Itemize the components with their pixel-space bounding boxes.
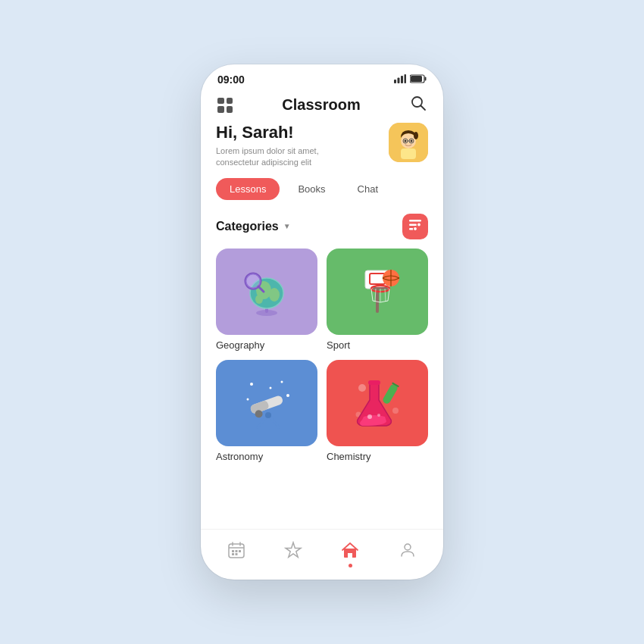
nav-item-home[interactable]: [333, 537, 367, 567]
home-icon: [340, 540, 360, 564]
bottom-navigation: [201, 529, 443, 580]
svg-rect-6: [425, 77, 427, 80]
tab-books[interactable]: Books: [284, 178, 339, 200]
category-label-geography: Geography: [216, 339, 317, 351]
greeting-section: Hi, Sarah! Lorem ipsum dolor sit amet, c…: [216, 123, 428, 169]
svg-point-28: [255, 295, 263, 304]
calendar-icon: [227, 541, 245, 564]
section-title-row: Categories ▼: [216, 220, 291, 233]
categories-title: Categories: [216, 220, 279, 233]
favorites-icon: [284, 541, 302, 564]
svg-point-47: [286, 394, 289, 397]
app-header: Classroom: [201, 89, 443, 123]
svg-point-27: [269, 288, 280, 302]
svg-rect-71: [239, 550, 241, 552]
battery-icon: [410, 74, 427, 86]
filter-button[interactable]: [402, 214, 428, 239]
signal-icon: [394, 74, 406, 86]
svg-rect-18: [409, 220, 421, 222]
nav-item-profile[interactable]: [391, 538, 424, 567]
main-content: Hi, Sarah! Lorem ipsum dolor sit amet, c…: [201, 123, 443, 529]
svg-point-74: [405, 544, 411, 550]
categories-grid: Geography: [216, 249, 428, 462]
svg-rect-5: [411, 76, 422, 82]
status-icons: [394, 74, 427, 86]
svg-point-14: [411, 140, 413, 142]
greeting-subtitle: Lorem ipsum dolor sit amet, consectetur …: [216, 145, 319, 169]
svg-point-22: [414, 227, 417, 231]
nav-item-calendar[interactable]: [220, 538, 253, 567]
filter-icon: [409, 220, 421, 233]
status-time: 09:00: [217, 73, 245, 86]
svg-rect-73: [236, 553, 238, 555]
svg-point-45: [270, 386, 272, 389]
categories-section-header: Categories ▼: [216, 214, 428, 239]
category-astronomy[interactable]: Astronomy: [216, 360, 317, 462]
svg-rect-72: [232, 553, 234, 555]
status-bar: 09:00: [201, 64, 443, 89]
app-title: Classroom: [282, 96, 360, 114]
svg-rect-69: [232, 550, 234, 552]
category-card-astronomy[interactable]: [216, 360, 317, 446]
home-nav-dot: [349, 564, 352, 567]
svg-rect-19: [409, 224, 417, 227]
svg-point-56: [358, 384, 366, 392]
category-card-chemistry[interactable]: [327, 360, 428, 446]
svg-point-46: [247, 398, 249, 400]
tab-group: Lessons Books Chat: [216, 178, 428, 200]
svg-rect-70: [236, 550, 238, 552]
category-label-chemistry: Chemistry: [327, 451, 428, 462]
svg-line-8: [421, 106, 426, 111]
nav-item-favorites[interactable]: [277, 538, 310, 567]
category-label-astronomy: Astronomy: [216, 451, 317, 462]
svg-point-64: [377, 414, 380, 417]
svg-point-55: [265, 412, 271, 418]
category-card-sport[interactable]: [327, 249, 428, 335]
svg-point-63: [367, 414, 372, 419]
svg-rect-0: [394, 80, 396, 83]
category-chemistry[interactable]: Chemistry: [327, 360, 428, 462]
category-geography[interactable]: Geography: [216, 249, 317, 351]
category-sport[interactable]: Sport: [327, 249, 428, 351]
category-label-sport: Sport: [327, 339, 428, 351]
svg-point-12: [414, 132, 418, 139]
svg-rect-60: [382, 383, 399, 405]
svg-rect-1: [398, 77, 400, 83]
svg-point-21: [417, 223, 421, 227]
grid-menu-icon[interactable]: [217, 98, 233, 113]
categories-dropdown-icon[interactable]: ▼: [283, 222, 291, 230]
greeting-headline: Hi, Sarah!: [216, 123, 319, 142]
svg-point-58: [392, 408, 399, 414]
svg-rect-3: [405, 74, 407, 83]
svg-point-13: [405, 140, 407, 142]
svg-point-43: [250, 383, 253, 386]
tab-lessons[interactable]: Lessons: [216, 178, 280, 200]
greeting-text: Hi, Sarah! Lorem ipsum dolor sit amet, c…: [216, 123, 319, 169]
category-card-geography[interactable]: [216, 249, 317, 335]
user-avatar[interactable]: [389, 123, 428, 162]
svg-rect-10: [401, 148, 416, 159]
tab-chat[interactable]: Chat: [344, 178, 392, 200]
svg-rect-2: [401, 76, 403, 83]
svg-rect-62: [368, 380, 380, 385]
phone-frame: 09:00 Classroom: [201, 64, 443, 580]
profile-icon: [399, 541, 417, 564]
svg-point-44: [281, 380, 283, 383]
search-button[interactable]: [410, 95, 427, 115]
